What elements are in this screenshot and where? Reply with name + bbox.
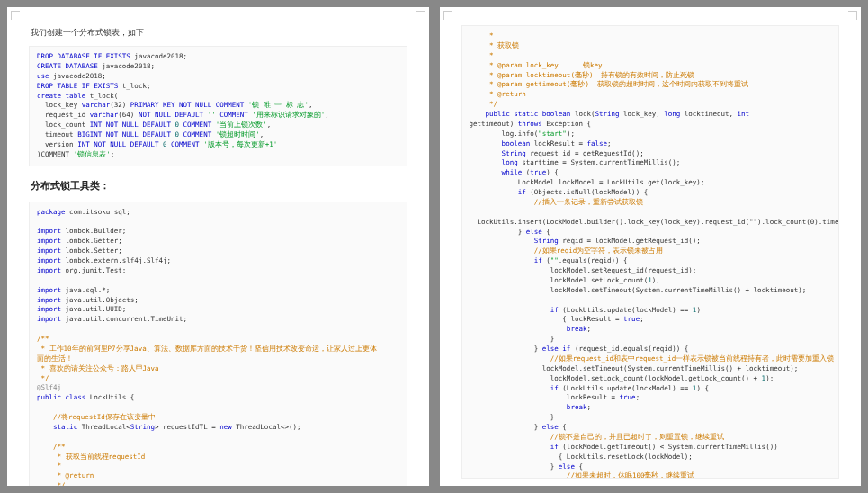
tok: lombok.Getter; [61, 237, 122, 245]
tok: version [37, 140, 77, 148]
tok: lock_key [37, 101, 82, 109]
str: '版本号，每次更新+1' [203, 140, 277, 148]
kw: BIGINT NOT NULL DEFAULT [77, 130, 174, 139]
kw: long [470, 158, 518, 166]
tok: (LockUtils.update(lockModel) == [559, 306, 693, 314]
tok: } [470, 335, 555, 343]
kw: true [530, 168, 546, 176]
kw: else [526, 228, 542, 236]
tok: lockResult = [470, 393, 620, 401]
tok: ( [522, 168, 530, 176]
tok: } [470, 462, 559, 471]
tok: t_lock( [85, 92, 118, 100]
str: '' [208, 111, 216, 119]
kw: COMMENT [179, 130, 216, 139]
kw: else [542, 423, 559, 431]
tok: ) [696, 306, 701, 314]
intro-text: 我们创建一个分布式锁表，如下 [31, 27, 407, 39]
tok: } [470, 228, 526, 236]
cmt: * 工作10年的前阿里P7分享Java、算法、数据库方面的技术干货！坚信用技术改… [37, 345, 377, 353]
cmt: * @param [470, 80, 523, 88]
cmt: gettimeout(毫秒) 获取锁的超时时间，这个时间内获取不到将重试 [522, 80, 748, 88]
tok: (request_id.equals(reqid)) { [570, 345, 688, 353]
tok: java.util.UUID; [61, 305, 126, 313]
tok: request_id [37, 111, 90, 119]
kw: public static boolean [470, 110, 571, 118]
left-page: 我们创建一个分布式锁表，如下 DROP DATABASE IF EXISTS j… [7, 7, 429, 486]
cmt: * 获取当前线程requestId [37, 453, 145, 461]
section-heading: 分布式锁工具类： [31, 179, 407, 193]
tok: { [575, 462, 583, 471]
tok: ) { [546, 168, 559, 176]
kw: import [37, 266, 61, 274]
crop-mark-icon [443, 11, 452, 20]
tok: LockUtils { [85, 393, 134, 401]
tok: request_id = getRequestId(); [526, 149, 644, 157]
kw: long [664, 110, 680, 118]
tok: lockModel.setRequest_id(request_id); [470, 266, 697, 274]
cmt: 面的生活！ [37, 354, 73, 363]
kw: INT NOT NULL DEFAULT [77, 140, 163, 148]
tok: } [470, 345, 542, 353]
cmt: * [37, 462, 61, 470]
tok: } [470, 423, 542, 431]
tok: gettimeout) [470, 120, 518, 128]
kw: COMMENT [216, 111, 253, 119]
tok: ; [636, 393, 640, 401]
cmt: * @param [470, 61, 523, 69]
cmt: * @param [470, 71, 523, 79]
tok: (lockModel.getTimeout() < System.current… [559, 443, 778, 451]
cmt: * 获取锁 [470, 41, 520, 49]
str: '用来标识请求对象的' [252, 111, 325, 119]
tok: , [260, 130, 264, 139]
cmt: //将requestId保存在该变量中 [37, 413, 156, 421]
tok: ThreadLocal<>(); [232, 423, 301, 431]
kw: if [470, 443, 559, 451]
cmt: */ [470, 100, 498, 108]
tok: ); [567, 130, 575, 138]
str: '锁 唯 一 标 志' [248, 101, 309, 109]
tok: java.sql.*; [61, 286, 110, 294]
tok: lombok.extern.slf4j.Slf4j; [61, 256, 171, 264]
tok: , [309, 101, 313, 109]
tok: ) { [696, 384, 709, 392]
cmt: //插入一条记录，重新尝试获取锁 [470, 198, 643, 206]
tok: org.junit.Test; [61, 266, 126, 274]
kw: use [37, 72, 49, 80]
tok: javacode2018; [98, 62, 155, 70]
cmt: //如果request_id和表中request_id一样表示锁被当前线程持有者… [470, 354, 835, 363]
kw: import [37, 237, 61, 245]
str: '当前上锁次数' [216, 121, 267, 129]
tok: com.itsoku.sql; [66, 208, 130, 216]
kw: DROP DATABASE IF EXISTS [37, 52, 130, 60]
kw: public class [37, 393, 85, 401]
tok: LockUtils.insert(LockModel.builder().loc… [470, 218, 840, 226]
sql-code-block: DROP DATABASE IF EXISTS javacode2018; CR… [29, 46, 407, 166]
kw: while [470, 168, 523, 176]
kw: NOT NULL DEFAULT [139, 111, 208, 119]
tok: lockModel.setTimeout(System.currentTimeM… [470, 286, 807, 294]
cmt: locktimeout(毫秒) 持有锁的有效时间，防止死锁 [522, 71, 694, 79]
tok: java.util.concurrent.TimeUnit; [61, 315, 187, 323]
kw: break [470, 325, 587, 333]
tok: > requestIdTL = [155, 423, 219, 431]
tok: timeout [37, 130, 77, 139]
tok: log.info( [470, 130, 539, 138]
cmt: */ [37, 374, 49, 382]
kw: true [623, 315, 640, 323]
ann: @Slf4j [37, 383, 61, 391]
tok: , [267, 121, 272, 129]
str: '锁超时时间' [216, 130, 260, 139]
kw: if [470, 256, 542, 264]
kw: boolean [470, 139, 531, 148]
tok: (LockUtils.update(lockModel) == [559, 384, 693, 392]
crop-mark-icon [416, 11, 425, 20]
tok: ; [111, 150, 115, 158]
tok: } [470, 413, 555, 421]
tok: ThreadLocal< [77, 423, 130, 431]
tok: ; [640, 315, 644, 323]
kw: if [470, 384, 559, 392]
kw: import [37, 256, 61, 264]
tok: )COMMENT [37, 150, 74, 158]
tok: { [542, 228, 550, 236]
